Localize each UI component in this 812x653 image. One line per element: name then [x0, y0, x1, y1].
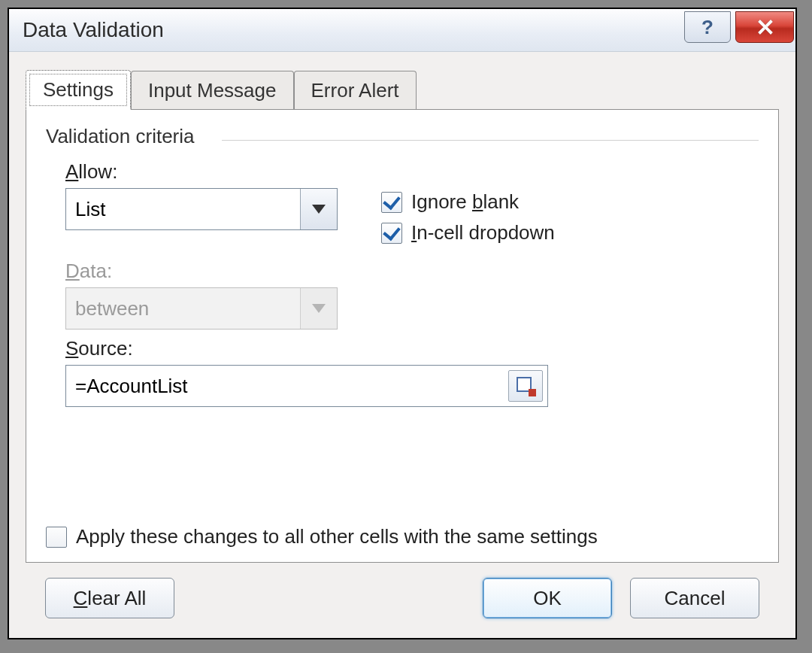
checkbox-icon [381, 223, 402, 244]
incell-dropdown-label: In-cell dropdown [411, 221, 555, 244]
allow-label: Allow: [65, 160, 381, 184]
dialog-footer: Clear All OK Cancel [26, 563, 779, 624]
apply-same-settings-checkbox[interactable]: Apply these changes to all other cells w… [46, 525, 759, 548]
group-label: Validation criteria [46, 125, 759, 148]
check-icon [383, 191, 401, 209]
cancel-label: Cancel [665, 587, 726, 610]
tab-input-message[interactable]: Input Message [131, 71, 294, 110]
source-label: Source: [65, 337, 759, 360]
apply-label: Apply these changes to all other cells w… [76, 525, 598, 548]
check-icon [383, 222, 401, 240]
help-icon: ? [701, 16, 714, 39]
tab-error-alert[interactable]: Error Alert [294, 71, 417, 110]
source-value: =AccountList [66, 375, 508, 398]
data-dropdown-button [300, 288, 337, 329]
client-area: Settings Input Message Error Alert Valid… [9, 52, 795, 638]
checkbox-icon [46, 527, 67, 548]
tab-label: Settings [43, 78, 114, 101]
titlebar-buttons: ? [680, 11, 794, 41]
ok-label: OK [533, 587, 562, 610]
titlebar: Data Validation ? [9, 9, 795, 52]
range-selector-button[interactable] [508, 370, 543, 402]
data-value: between [66, 288, 300, 329]
help-button[interactable]: ? [684, 11, 731, 43]
tab-settings[interactable]: Settings [26, 70, 131, 110]
clear-all-button[interactable]: Clear All [45, 578, 174, 618]
data-label: Data: [65, 260, 381, 283]
source-input[interactable]: =AccountList [65, 365, 548, 407]
data-combobox: between [65, 287, 338, 330]
tab-label: Error Alert [311, 79, 399, 102]
ignore-blank-label: Ignore blank [411, 190, 519, 214]
checkbox-icon [381, 192, 402, 213]
tab-body-settings: Validation criteria Allow: List [26, 109, 779, 563]
ignore-blank-checkbox[interactable]: Ignore blank [381, 190, 759, 214]
close-button[interactable] [735, 11, 794, 43]
close-icon [757, 20, 772, 35]
range-selector-icon [517, 377, 535, 395]
group-separator [222, 140, 759, 141]
allow-combobox[interactable]: List [65, 188, 338, 230]
data-validation-dialog: Data Validation ? Settings Input Message… [8, 8, 797, 639]
ok-button[interactable]: OK [483, 578, 612, 618]
chevron-down-icon [312, 304, 326, 313]
allow-dropdown-button[interactable] [300, 189, 337, 229]
right-checks: Ignore blank In-cell dropdown [381, 160, 759, 252]
cancel-button[interactable]: Cancel [630, 578, 759, 618]
form-area: Allow: List Ignore [65, 160, 759, 415]
tab-strip: Settings Input Message Error Alert [26, 70, 779, 109]
chevron-down-icon [312, 205, 326, 214]
window-title: Data Validation [23, 18, 680, 42]
incell-dropdown-checkbox[interactable]: In-cell dropdown [381, 221, 759, 244]
allow-value: List [66, 189, 300, 229]
tab-label: Input Message [148, 79, 277, 102]
